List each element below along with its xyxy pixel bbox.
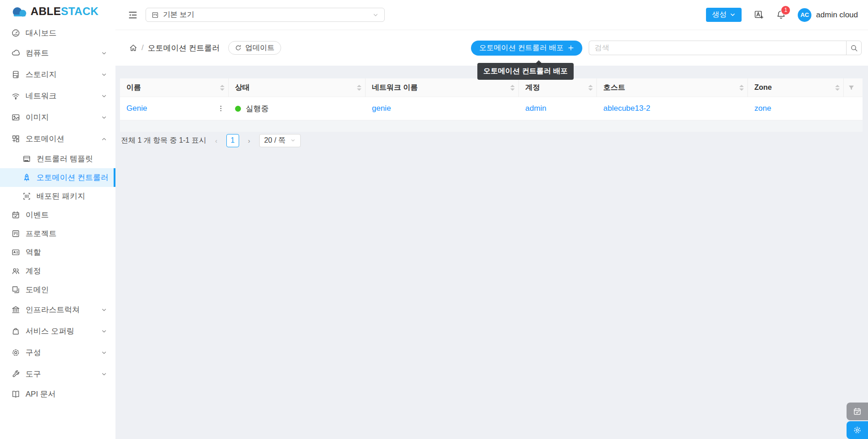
sidebar-item-accounts[interactable]: 계정 [0, 262, 115, 280]
dashboard-icon [11, 29, 20, 38]
sidebar-item-automation-controllers[interactable]: 오토메이션 컨트롤러 [0, 168, 115, 187]
create-button[interactable]: 생성 [706, 8, 742, 22]
sidebar-item-label: 역할 [26, 247, 107, 258]
locale-icon[interactable] [753, 10, 764, 21]
storage-icon [11, 70, 20, 79]
view-select[interactable]: 기본 보기 [146, 8, 385, 22]
menu-fold-icon[interactable] [128, 9, 140, 21]
column-header-network[interactable]: 네트워크 이름 [366, 78, 519, 97]
sidebar-item-api-docs[interactable]: API 문서 [0, 385, 115, 403]
sorter-icon [220, 85, 225, 91]
automation-icon [11, 134, 20, 144]
page-size-select[interactable]: 20 / 쪽 [259, 134, 301, 147]
pagination-summary: 전체 1 개 항목 중 1-1 표시 [121, 136, 206, 145]
sidebar-item-controller-templates[interactable]: 컨트롤러 템플릿 [0, 150, 115, 168]
column-header-zone[interactable]: Zone [748, 78, 844, 97]
row-zone-link[interactable]: zone [754, 104, 771, 113]
sorter-icon [357, 85, 361, 91]
top-header: 기본 보기 생성 1 AC admin cloud [115, 0, 868, 30]
gear-icon [853, 426, 862, 434]
chevron-down-icon [101, 114, 107, 121]
row-account-link[interactable]: admin [525, 104, 546, 113]
domain-icon [11, 285, 20, 294]
book-icon [11, 390, 20, 399]
row-actions-icon[interactable] [216, 105, 226, 112]
table-row: Genie 실행중 genie admin ablecube13-2 zone [120, 97, 863, 120]
user-menu[interactable]: AC admin cloud [798, 8, 858, 22]
idcard-icon [11, 248, 20, 257]
sidebar-item-label: 스토리지 [26, 69, 101, 80]
ablestack-logo[interactable]: ABLESTACK [0, 0, 115, 23]
event-log-button[interactable] [847, 403, 868, 420]
chevron-down-icon [101, 93, 107, 99]
row-name-link[interactable]: Genie [126, 104, 147, 113]
wrench-icon [11, 370, 20, 379]
table-footer-strip [120, 120, 863, 132]
page-number[interactable]: 1 [226, 134, 239, 147]
main-content: / 오토메이션 컨트롤러 업데이트 오토메이션 컨트롤러 배포 [115, 30, 868, 439]
search-icon[interactable] [846, 41, 862, 55]
sorter-icon [739, 85, 744, 91]
sidebar-item-service-offerings[interactable]: 서비스 오퍼링 [0, 320, 115, 342]
sidebar-item-tools[interactable]: 도구 [0, 363, 115, 385]
column-header-host[interactable]: 호스트 [597, 78, 748, 97]
sidebar-item-roles[interactable]: 역할 [0, 243, 115, 262]
view-select-value: 기본 보기 [163, 10, 194, 20]
update-button[interactable]: 업데이트 [228, 41, 281, 55]
home-icon[interactable] [129, 44, 137, 52]
sidebar-item-label: 서비스 오퍼링 [26, 326, 101, 336]
sidebar-item-storage[interactable]: 스토리지 [0, 64, 115, 85]
sidebar-item-deployed-packages[interactable]: 배포된 패키지 [0, 187, 115, 206]
chevron-down-icon [101, 50, 107, 57]
next-page-icon[interactable]: › [244, 134, 255, 147]
search-input[interactable] [589, 41, 846, 55]
column-filter[interactable] [844, 78, 863, 97]
wifi-icon [11, 92, 20, 101]
sidebar-item-automation[interactable]: 오토메이션 [0, 128, 115, 150]
sidebar-item-label: 컨트롤러 템플릿 [37, 154, 107, 164]
sidebar-item-network[interactable]: 네트워크 [0, 85, 115, 107]
sidebar-menu: 대시보드컴퓨트스토리지네트워크이미지오토메이션컨트롤러 템플릿오토메이션 컨트롤… [0, 23, 115, 403]
action-bar-right: 오토메이션 컨트롤러 배포 [471, 41, 862, 56]
deploy-controller-button[interactable]: 오토메이션 컨트롤러 배포 [471, 41, 582, 56]
project-icon [11, 229, 20, 238]
username: admin cloud [816, 10, 858, 20]
column-header-account[interactable]: 계정 [519, 78, 597, 97]
sidebar-item-label: 대시보드 [26, 28, 107, 38]
settings-button[interactable] [847, 421, 868, 439]
sidebar-item-label: 이미지 [26, 112, 101, 123]
sorter-icon [510, 85, 515, 91]
column-header-name[interactable]: 이름 [120, 78, 229, 97]
row-network-link[interactable]: genie [372, 104, 391, 113]
sidebar-item-label: 네트워크 [26, 91, 101, 101]
chevron-down-icon [372, 12, 379, 18]
status-dot-running [235, 106, 241, 112]
sidebar-item-label: 인프라스트럭쳐 [26, 305, 101, 315]
column-header-status[interactable]: 상태 [229, 78, 366, 97]
logo-text: ABLESTACK [31, 5, 99, 18]
chevron-down-icon [290, 138, 296, 143]
sidebar-item-projects[interactable]: 프로젝트 [0, 224, 115, 243]
plus-icon [568, 45, 574, 51]
row-host-link[interactable]: ablecube13-2 [603, 104, 650, 113]
sorter-icon [588, 85, 593, 91]
rocket-icon [22, 173, 31, 182]
sidebar-item-label: 계정 [26, 266, 107, 276]
sidebar-item-compute[interactable]: 컴퓨트 [0, 42, 115, 64]
prev-page-icon[interactable]: ‹ [211, 134, 222, 147]
sidebar-item-infrastructure[interactable]: 인프라스트럭쳐 [0, 299, 115, 320]
sidebar-item-dashboard[interactable]: 대시보드 [0, 24, 115, 42]
sidebar-item-events[interactable]: 이벤트 [0, 206, 115, 224]
sidebar-item-label: 오토메이션 컨트롤러 [37, 172, 109, 183]
chevron-up-icon [101, 136, 107, 142]
sorter-icon [835, 85, 840, 91]
deploy-tooltip: 오토메이션 컨트롤러 배포 [477, 63, 574, 80]
sidebar-item-label: 이벤트 [26, 210, 107, 220]
calendar-icon [11, 211, 20, 220]
chevron-down-icon [101, 72, 107, 78]
sidebar-item-images[interactable]: 이미지 [0, 107, 115, 128]
sidebar-item-configuration[interactable]: 구성 [0, 342, 115, 363]
bank-icon [11, 305, 20, 315]
notification-bell-icon[interactable]: 1 [775, 10, 786, 21]
sidebar-item-domains[interactable]: 도메인 [0, 280, 115, 299]
